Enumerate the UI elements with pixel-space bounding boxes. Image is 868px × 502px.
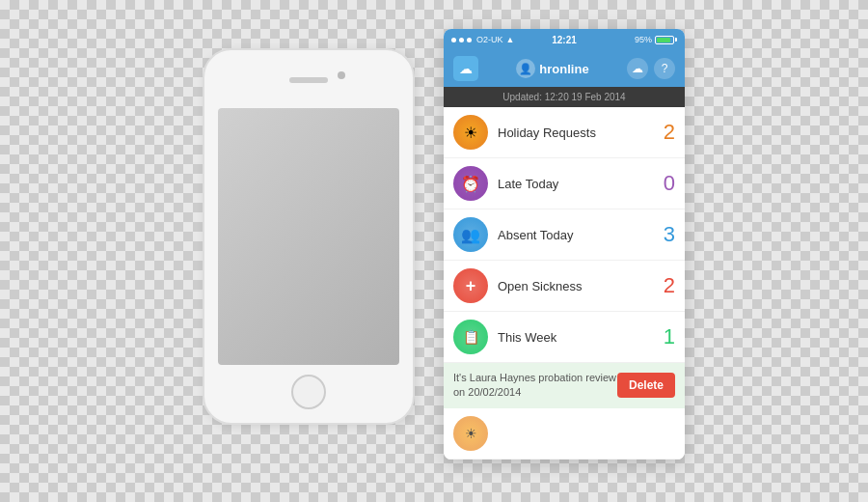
holiday-count: 2 (664, 120, 675, 145)
status-right: 95% (635, 35, 677, 44)
phone-screen (218, 108, 399, 365)
sickness-count: 2 (664, 273, 675, 298)
menu-item-partial: ☀ (444, 408, 685, 460)
battery-fill (657, 38, 670, 42)
menu-list: ☀ Holiday Requests 2 ⏰ Late Today 0 👥 Ab… (444, 107, 685, 460)
swipe-row-text: It's Laura Haynes probation review on 20… (453, 371, 617, 401)
swipe-row[interactable]: It's Laura Haynes probation review on 20… (444, 363, 685, 408)
absent-icon: 👥 (453, 217, 488, 252)
wifi-icon: ▲ (506, 35, 515, 44)
app-name: hronline (539, 62, 588, 76)
menu-item-week[interactable]: 📋 This Week 1 (444, 312, 685, 363)
holiday-icon: ☀ (453, 115, 488, 150)
user-avatar-icon: 👤 (516, 59, 535, 78)
swipe-content: It's Laura Haynes probation review on 20… (444, 363, 685, 408)
header-actions: ☁ ? (627, 58, 675, 79)
battery-percent: 95% (635, 35, 652, 44)
late-icon: ⏰ (453, 166, 488, 201)
week-label: This Week (498, 330, 664, 345)
holiday-label: Holiday Requests (498, 126, 664, 140)
delete-button[interactable]: Delete (617, 373, 675, 398)
signal-dot-1 (451, 38, 456, 42)
battery-body (655, 36, 674, 44)
status-left: O2-UK ▲ (451, 35, 514, 44)
app-panel: O2-UK ▲ 12:21 95% ☁ 👤 hronline (444, 29, 685, 460)
late-label: Late Today (498, 177, 664, 191)
status-time: 12:21 (552, 35, 577, 45)
status-bar: O2-UK ▲ 12:21 95% (444, 29, 685, 50)
absent-label: Absent Today (498, 228, 664, 242)
phone-home-button (291, 375, 326, 409)
updated-text: Updated: 12:20 19 Feb 2014 (502, 92, 625, 102)
background-phone (203, 48, 415, 425)
absent-count: 3 (664, 222, 675, 247)
week-icon: 📋 (453, 320, 488, 354)
battery-nub (675, 38, 677, 42)
week-count: 1 (664, 324, 675, 349)
late-count: 0 (664, 171, 675, 196)
sickness-label: Open Sickness (498, 279, 664, 293)
updated-bar: Updated: 12:20 19 Feb 2014 (444, 87, 685, 107)
phone-camera (338, 71, 345, 79)
scene: O2-UK ▲ 12:21 95% ☁ 👤 hronline (183, 19, 685, 483)
info-button[interactable]: ? (654, 58, 675, 79)
battery-indicator (655, 36, 677, 44)
phone-speaker (289, 77, 328, 83)
signal-dot-2 (459, 38, 464, 42)
menu-item-late[interactable]: ⏰ Late Today 0 (444, 158, 685, 209)
cloud-icon-right[interactable]: ☁ (627, 58, 648, 79)
sickness-icon: + (453, 268, 488, 303)
partial-icon: ☀ (453, 416, 488, 451)
cloud-icon-left[interactable]: ☁ (453, 56, 478, 81)
carrier-label: O2-UK (476, 35, 503, 44)
signal-dot-3 (467, 38, 472, 42)
app-header: ☁ 👤 hronline ☁ ? (444, 50, 685, 87)
menu-item-holiday[interactable]: ☀ Holiday Requests 2 (444, 107, 685, 158)
menu-item-absent[interactable]: 👥 Absent Today 3 (444, 209, 685, 261)
menu-item-sickness[interactable]: + Open Sickness 2 (444, 261, 685, 312)
header-user: 👤 hronline (516, 59, 588, 78)
